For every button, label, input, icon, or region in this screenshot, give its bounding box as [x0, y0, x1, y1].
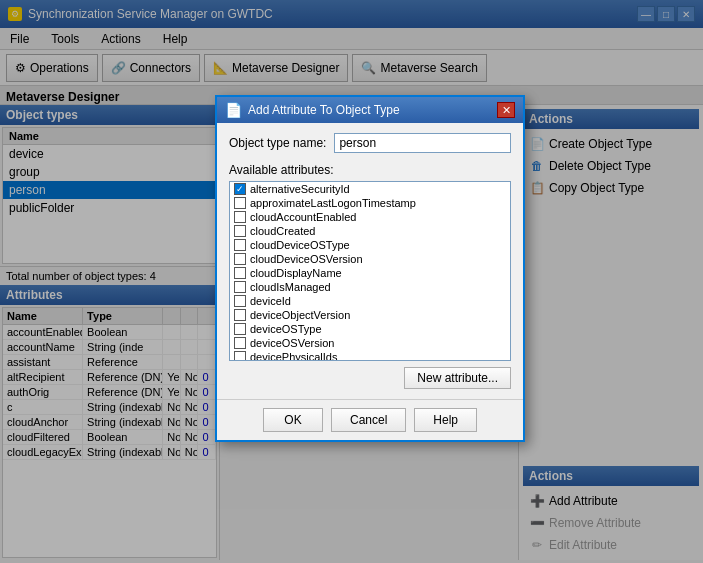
- modal-ok-button[interactable]: OK: [263, 408, 323, 432]
- attr-list-item[interactable]: cloudCreated: [230, 224, 510, 238]
- new-attribute-button[interactable]: New attribute...: [404, 367, 511, 389]
- attr-checkbox-approxLastLogon[interactable]: [234, 197, 246, 209]
- attr-list-item[interactable]: deviceOSType: [230, 322, 510, 336]
- modal-titlebar: 📄 Add Attribute To Object Type ✕: [217, 97, 523, 123]
- attr-list-item[interactable]: cloudDeviceOSVersion: [230, 252, 510, 266]
- modal-help-button[interactable]: Help: [414, 408, 477, 432]
- modal-footer: OK Cancel Help: [217, 399, 523, 440]
- modal-overlay: 📄 Add Attribute To Object Type ✕ Object …: [0, 0, 703, 563]
- attr-checkbox-cloudDeviceOSVersion[interactable]: [234, 253, 246, 265]
- attr-checkbox-cloudDisplayName[interactable]: [234, 267, 246, 279]
- attr-checkbox-deviceId[interactable]: [234, 295, 246, 307]
- available-attrs-label: Available attributes:: [229, 163, 511, 177]
- attr-list-item[interactable]: cloudDisplayName: [230, 266, 510, 280]
- attr-list-item[interactable]: devicePhysicalIds: [230, 350, 510, 361]
- modal-close-button[interactable]: ✕: [497, 102, 515, 118]
- add-attribute-modal: 📄 Add Attribute To Object Type ✕ Object …: [215, 95, 525, 442]
- attr-list-item[interactable]: deviceOSVersion: [230, 336, 510, 350]
- modal-title: Add Attribute To Object Type: [248, 103, 400, 117]
- attr-list-item[interactable]: ✓ alternativeSecurityId: [230, 182, 510, 196]
- attr-checkbox-devicePhysicalIds[interactable]: [234, 351, 246, 361]
- attr-checkbox-cloudDeviceOSType[interactable]: [234, 239, 246, 251]
- attr-checkbox-cloudCreated[interactable]: [234, 225, 246, 237]
- attr-list-item[interactable]: deviceObjectVersion: [230, 308, 510, 322]
- attr-list-item[interactable]: approximateLastLogonTimestamp: [230, 196, 510, 210]
- object-type-field-label: Object type name:: [229, 136, 326, 150]
- attr-list-item[interactable]: cloudIsManaged: [230, 280, 510, 294]
- modal-cancel-button[interactable]: Cancel: [331, 408, 406, 432]
- attr-list-item[interactable]: deviceId: [230, 294, 510, 308]
- attr-list-item[interactable]: cloudDeviceOSType: [230, 238, 510, 252]
- modal-body: Object type name: Available attributes: …: [217, 123, 523, 399]
- modal-icon: 📄: [225, 102, 242, 118]
- attr-list-item[interactable]: cloudAccountEnabled: [230, 210, 510, 224]
- attr-checkbox-cloudIsManaged[interactable]: [234, 281, 246, 293]
- attr-checkbox-alternativeSecurityId[interactable]: ✓: [234, 183, 246, 195]
- attr-checkbox-deviceOSType[interactable]: [234, 323, 246, 335]
- attr-checkbox-cloudAccountEnabled[interactable]: [234, 211, 246, 223]
- attr-checkbox-deviceOSVersion[interactable]: [234, 337, 246, 349]
- new-attribute-row: New attribute...: [229, 367, 511, 389]
- attributes-list-box[interactable]: ✓ alternativeSecurityId approximateLastL…: [229, 181, 511, 361]
- object-type-field: Object type name:: [229, 133, 511, 153]
- object-type-input[interactable]: [334, 133, 511, 153]
- attr-checkbox-deviceObjectVersion[interactable]: [234, 309, 246, 321]
